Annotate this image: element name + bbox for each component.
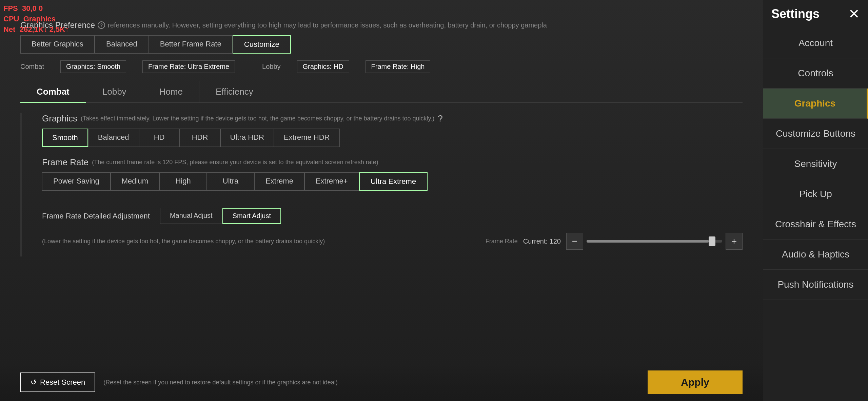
- slider-track[interactable]: [587, 240, 722, 243]
- graphics-preference-help[interactable]: ?: [98, 21, 105, 29]
- graphics-quality-section: Graphics (Takes effect immediately. Lowe…: [42, 113, 743, 147]
- framerate-power-saving[interactable]: Power Saving: [42, 172, 111, 191]
- framerate-desc: (The current frame rate is 120 FPS, plea…: [92, 159, 378, 166]
- net-display: Net 262,1K↓ 2,5K↑: [3, 24, 69, 35]
- mode-summary: Combat Graphics: Smooth Frame Rate: Ultr…: [20, 60, 743, 73]
- controls-label: Controls: [798, 68, 833, 79]
- slider-minus-button[interactable]: −: [566, 233, 583, 250]
- sidebar-item-sensitivity[interactable]: Sensitivity: [763, 149, 868, 179]
- bottom-bar: ↺ Reset Screen (Reset the screen if you …: [0, 364, 763, 401]
- cpu-label: CPU: [3, 15, 19, 23]
- quality-balanced[interactable]: Balanced: [88, 129, 139, 147]
- sidebar-item-pickup[interactable]: Pick Up: [763, 179, 868, 209]
- framerate-medium[interactable]: Medium: [111, 172, 159, 191]
- apply-button[interactable]: Apply: [648, 370, 743, 394]
- lobby-graphics-badge: Graphics: HD: [297, 60, 349, 73]
- framerate-ultra-extreme[interactable]: Ultra Extreme: [359, 172, 428, 191]
- sidebar-item-customize-buttons[interactable]: Customize Buttons: [763, 119, 868, 149]
- net-label: Net: [3, 25, 15, 34]
- sidebar-header: Settings ✕: [763, 0, 868, 28]
- frame-rate-section: Frame Rate (The current frame rate is 12…: [42, 157, 743, 191]
- tab-lobby[interactable]: Lobby: [86, 81, 143, 102]
- tab-efficiency[interactable]: Efficiency: [199, 81, 270, 102]
- pref-tab-customize[interactable]: Customize: [233, 35, 291, 54]
- fps-value: 30,0 0: [22, 4, 43, 13]
- reset-screen-button[interactable]: ↺ Reset Screen: [20, 373, 95, 392]
- sidebar-item-push-notifications[interactable]: Push Notifications: [763, 270, 868, 300]
- audio-label: Audio & Haptics: [782, 249, 849, 260]
- sidebar-item-crosshair[interactable]: Crosshair & Effects: [763, 209, 868, 240]
- cpu-display: CPU Graphics: [3, 14, 69, 24]
- settings-title: Settings: [771, 7, 820, 21]
- current-value: Current: 120: [523, 237, 561, 245]
- framerate-tabs: Power Saving Medium High Ultra Extreme: [42, 172, 743, 191]
- fps-display: FPS 30,0 0: [3, 3, 69, 14]
- slider-thumb[interactable]: [709, 236, 715, 246]
- combat-graphics-badge: Graphics: Smooth: [60, 60, 126, 73]
- quality-extreme-hdr[interactable]: Extreme HDR: [274, 129, 340, 147]
- framerate-extreme[interactable]: Extreme: [254, 172, 304, 191]
- pref-tab-balanced[interactable]: Balanced: [95, 35, 149, 54]
- mode-tab-nav: Combat Lobby Home Efficiency: [20, 81, 743, 103]
- graphics-quality-title: Graphics (Takes effect immediately. Lowe…: [42, 113, 743, 124]
- quality-smooth[interactable]: Smooth: [42, 129, 88, 147]
- quality-tabs: Smooth Balanced HD HDR Ultra HDR: [42, 129, 743, 147]
- lobby-framerate-badge: Frame Rate: High: [366, 60, 431, 73]
- slider-desc: (Lower the setting if the device gets to…: [42, 238, 480, 245]
- framerate-ultra[interactable]: Ultra: [207, 172, 254, 191]
- detail-header: Frame Rate Detailed Adjustment: [42, 212, 150, 221]
- quality-hd[interactable]: HD: [139, 129, 180, 147]
- pref-tab-better-frame-rate[interactable]: Better Frame Rate: [149, 35, 233, 54]
- main-content: Graphics Preference ? references manuall…: [0, 0, 763, 401]
- adjust-smart[interactable]: Smart Adjust: [222, 208, 281, 224]
- sidebar-item-account[interactable]: Account: [763, 28, 868, 58]
- graphics-preference-title: Graphics Preference ? references manuall…: [20, 20, 743, 30]
- slider-plus-button[interactable]: +: [726, 233, 743, 250]
- framerate-extreme-plus[interactable]: Extreme+: [304, 172, 359, 191]
- adjust-manual[interactable]: Manual Adjust: [160, 208, 222, 224]
- left-divider: [20, 113, 22, 256]
- combat-mode-label: Combat: [20, 63, 44, 71]
- slider-fill: [587, 240, 709, 243]
- lobby-mode-label: Lobby: [262, 63, 281, 71]
- graphics-quality-desc: (Takes effect immediately. Lower the set…: [81, 115, 434, 122]
- tab-home[interactable]: Home: [143, 81, 199, 102]
- slider-row: (Lower the setting if the device gets to…: [42, 233, 743, 250]
- sensitivity-label: Sensitivity: [794, 158, 837, 169]
- reset-label: Reset Screen: [40, 378, 85, 387]
- reset-icon: ↺: [31, 378, 37, 387]
- combat-framerate-badge: Frame Rate: Ultra Extreme: [142, 60, 235, 73]
- sidebar-item-audio[interactable]: Audio & Haptics: [763, 240, 868, 270]
- settings-sidebar: Settings ✕ Account Controls Graphics Cus…: [763, 0, 868, 401]
- reset-desc: (Reset the screen if you need to restore…: [103, 379, 639, 386]
- preference-tabs: Better Graphics Balanced Better Frame Ra…: [20, 35, 743, 54]
- account-label: Account: [798, 38, 833, 49]
- framerate-title: Frame Rate (The current frame rate is 12…: [42, 157, 743, 168]
- hud-overlay: FPS 30,0 0 CPU Graphics Net 262,1K↓ 2,5K…: [3, 3, 69, 35]
- graphics-label: Graphics: [794, 98, 835, 109]
- framerate-high[interactable]: High: [159, 172, 207, 191]
- tab-combat[interactable]: Combat: [20, 81, 86, 102]
- pickup-label: Pick Up: [799, 189, 832, 199]
- push-notifications-label: Push Notifications: [777, 279, 853, 290]
- graphics-preference-section: Graphics Preference ? references manuall…: [20, 20, 743, 73]
- graphics-preference-desc: references manually. However, setting ev…: [108, 21, 547, 29]
- graphics-quality-help[interactable]: ?: [438, 113, 442, 124]
- customize-buttons-label: Customize Buttons: [776, 128, 855, 139]
- sidebar-item-graphics[interactable]: Graphics: [763, 89, 868, 119]
- net-value: 262,1K↓ 2,5K↑: [20, 25, 69, 34]
- pref-tab-better-graphics[interactable]: Better Graphics: [20, 35, 95, 54]
- slider-container: − +: [566, 233, 743, 250]
- crosshair-label: Crosshair & Effects: [775, 219, 856, 230]
- fps-label: FPS: [3, 4, 18, 13]
- framerate-rate-label: Frame Rate: [486, 238, 518, 245]
- cpu-value: Graphics: [23, 15, 56, 23]
- sidebar-item-controls[interactable]: Controls: [763, 58, 868, 89]
- quality-hdr[interactable]: HDR: [180, 129, 220, 147]
- quality-ultra-hdr[interactable]: Ultra HDR: [220, 129, 274, 147]
- close-button[interactable]: ✕: [848, 7, 860, 21]
- frame-rate-detail-section: Frame Rate Detailed Adjustment Manual Ad…: [42, 201, 743, 256]
- adjust-tabs: Manual Adjust Smart Adjust: [160, 208, 281, 224]
